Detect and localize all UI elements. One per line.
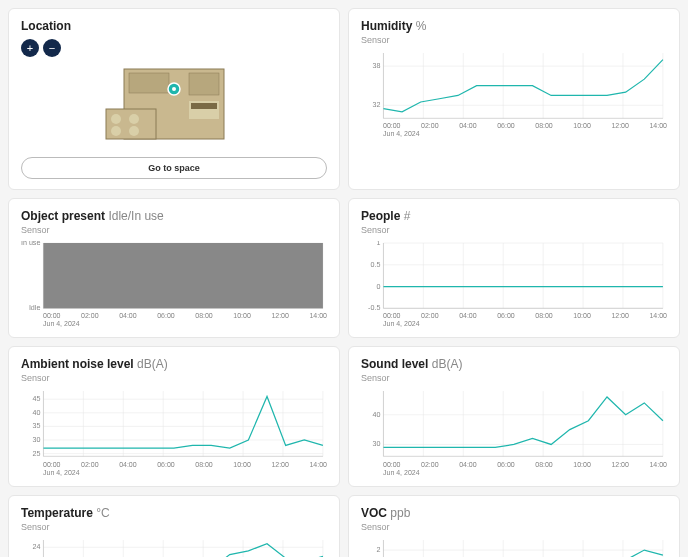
card-header: Ambient noise level dB(A) Sensor (21, 357, 327, 383)
x-tick: 08:00 (195, 312, 213, 319)
svg-text:1: 1 (376, 241, 380, 247)
svg-text:45: 45 (32, 396, 40, 404)
sensor-label: Sensor (21, 373, 327, 383)
sensor-label: Sensor (361, 225, 667, 235)
x-tick: 12:00 (611, 461, 629, 468)
title-unit: ppb (390, 506, 410, 520)
sensor-label: Sensor (21, 225, 327, 235)
object-chart: IdleIn use00:0002:0004:0006:0008:0010:00… (21, 241, 327, 327)
card-title: Humidity % (361, 19, 667, 33)
temp-card: Temperature °C Sensor 2122232400:0002:00… (8, 495, 340, 557)
location-card: Location + − Go to space (8, 8, 340, 190)
zoom-in-button[interactable]: + (21, 39, 39, 57)
svg-text:0.5: 0.5 (370, 261, 380, 269)
svg-rect-2 (189, 73, 219, 95)
x-tick: 08:00 (195, 461, 213, 468)
x-tick: 04:00 (459, 461, 477, 468)
x-tick: 00:00 (383, 312, 401, 319)
sensor-label: Sensor (361, 35, 667, 45)
people-card: People # Sensor -0.500.5100:0002:0004:00… (348, 198, 680, 338)
x-tick: 02:00 (421, 461, 439, 468)
title-text: VOC (361, 506, 387, 520)
svg-text:35: 35 (32, 423, 40, 431)
x-tick: 00:00 (43, 461, 61, 468)
x-tick: 06:00 (497, 461, 515, 468)
svg-rect-5 (191, 103, 217, 109)
svg-point-6 (111, 114, 121, 124)
go-to-space-button[interactable]: Go to space (21, 157, 327, 179)
svg-text:2: 2 (376, 546, 380, 554)
title-text: Ambient noise level (21, 357, 134, 371)
humidity-chart: 323800:0002:0004:0006:0008:0010:0012:001… (361, 51, 667, 179)
location-title: Location (21, 19, 327, 33)
x-tick: 04:00 (119, 312, 137, 319)
svg-text:38: 38 (372, 62, 380, 70)
x-tick: 10:00 (573, 312, 591, 319)
title-text: Temperature (21, 506, 93, 520)
noise-card: Ambient noise level dB(A) Sensor 2530354… (8, 346, 340, 486)
card-title: Object present Idle/In use (21, 209, 327, 223)
x-tick: 00:00 (383, 122, 401, 129)
x-tick: 14:00 (649, 461, 667, 468)
card-title: Sound level dB(A) (361, 357, 667, 371)
noise-chart: 253035404500:0002:0004:0006:0008:0010:00… (21, 389, 327, 475)
humidity-card: Humidity % Sensor 323800:0002:0004:0006:… (348, 8, 680, 190)
x-tick: 02:00 (421, 312, 439, 319)
x-tick: 08:00 (535, 461, 553, 468)
x-date: Jun 4, 2024 (21, 469, 327, 476)
sound-card: Sound level dB(A) Sensor 304000:0002:000… (348, 346, 680, 486)
x-tick: 12:00 (271, 461, 289, 468)
x-tick: 00:00 (43, 312, 61, 319)
floorplan-image[interactable] (21, 61, 327, 151)
x-tick: 14:00 (309, 312, 327, 319)
title-text: Object present (21, 209, 105, 223)
x-tick: 14:00 (649, 312, 667, 319)
x-tick: 06:00 (157, 312, 175, 319)
card-header: Humidity % Sensor (361, 19, 667, 45)
zoom-out-button[interactable]: − (43, 39, 61, 57)
svg-text:24: 24 (32, 543, 40, 551)
x-tick: 06:00 (497, 122, 515, 129)
x-tick: 10:00 (573, 461, 591, 468)
svg-text:32: 32 (372, 101, 380, 109)
svg-text:0: 0 (376, 283, 380, 291)
x-tick: 08:00 (535, 122, 553, 129)
x-tick: 02:00 (421, 122, 439, 129)
title-text: Humidity (361, 19, 412, 33)
card-title: VOC ppb (361, 506, 667, 520)
svg-text:30: 30 (32, 436, 40, 444)
svg-point-7 (129, 114, 139, 124)
x-tick: 12:00 (271, 312, 289, 319)
x-tick: 10:00 (233, 461, 251, 468)
object-card: Object present Idle/In use Sensor IdleIn… (8, 198, 340, 338)
x-tick: 00:00 (383, 461, 401, 468)
title-unit: dB(A) (432, 357, 463, 371)
x-tick: 06:00 (157, 461, 175, 468)
svg-text:40: 40 (32, 409, 40, 417)
card-header: Temperature °C Sensor (21, 506, 327, 532)
x-date: Jun 4, 2024 (361, 320, 667, 327)
x-tick: 08:00 (535, 312, 553, 319)
title-unit: % (416, 19, 427, 33)
card-title: People # (361, 209, 667, 223)
x-tick: 04:00 (119, 461, 137, 468)
voc-chart: 11.5200:0002:0004:0006:0008:0010:0012:00… (361, 538, 667, 557)
sensor-label: Sensor (361, 522, 667, 532)
x-tick: 10:00 (233, 312, 251, 319)
card-header: Location (21, 19, 327, 33)
card-header: People # Sensor (361, 209, 667, 235)
x-tick: 12:00 (611, 122, 629, 129)
x-tick: 14:00 (649, 122, 667, 129)
x-tick: 04:00 (459, 312, 477, 319)
card-header: VOC ppb Sensor (361, 506, 667, 532)
title-unit: # (404, 209, 411, 223)
x-date: Jun 4, 2024 (361, 130, 667, 137)
card-title: Ambient noise level dB(A) (21, 357, 327, 371)
x-date: Jun 4, 2024 (21, 320, 327, 327)
svg-point-9 (129, 126, 139, 136)
svg-point-11 (172, 87, 176, 91)
x-tick: 14:00 (309, 461, 327, 468)
temp-chart: 2122232400:0002:0004:0006:0008:0010:0012… (21, 538, 327, 557)
x-tick: 02:00 (81, 312, 99, 319)
x-tick: 04:00 (459, 122, 477, 129)
